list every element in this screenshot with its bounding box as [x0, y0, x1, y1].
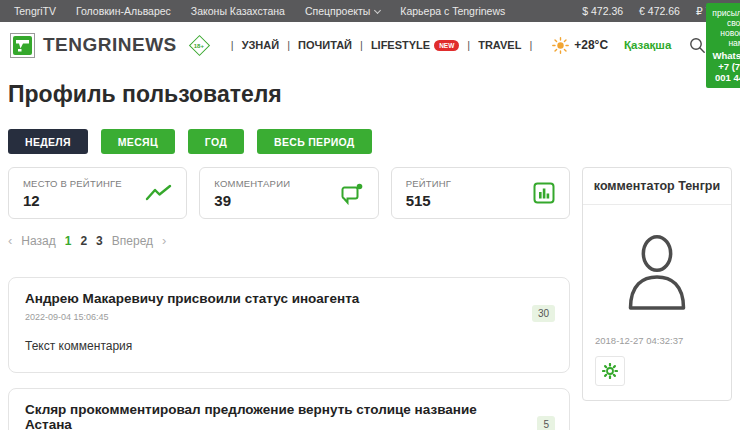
user-card-title: комментатор Тенгри	[583, 168, 731, 205]
stat-card-rating: РЕЙТИНГ 515	[391, 167, 570, 219]
stat-card-comments: КОММЕНТАРИИ 39	[199, 167, 378, 219]
comment-icon	[340, 182, 364, 205]
pagination-next[interactable]: Вперед	[112, 234, 153, 248]
pagination: ‹ Назад 1 2 3 Вперед ›	[8, 233, 570, 248]
language-link[interactable]: Қазақша	[624, 39, 671, 51]
currency-rates: $ 472.36 € 472.66 ₽ 7.84	[582, 5, 726, 17]
nav-travel[interactable]: TRAVEL	[478, 39, 521, 51]
filter-week-button[interactable]: НЕДЕЛЯ	[8, 129, 88, 154]
currency-eur: € 472.66	[639, 5, 680, 17]
weather-widget: +28°C	[552, 37, 608, 54]
filter-month-button[interactable]: МЕСЯЦ	[101, 129, 175, 154]
currency-usd: $ 472.36	[582, 5, 623, 17]
registration-date: 2018-12-27 04:32:37	[583, 323, 731, 346]
stat-card-rank: МЕСТО В РЕЙТИНГЕ 12	[8, 167, 187, 219]
stat-value: 12	[23, 192, 122, 209]
topbar-menu: TengriTV Головкин-Альварес Законы Казахс…	[14, 5, 505, 17]
whatsapp-news-button[interactable]: присылайте свои новости нам WhatsApp +7 …	[706, 3, 740, 88]
pagination-prev[interactable]: Назад	[21, 234, 55, 248]
sun-icon	[552, 37, 569, 54]
main-content: Профиль пользователя НЕДЕЛЯ МЕСЯЦ ГОД ВЕ…	[0, 81, 740, 430]
comment-score-badge: 5	[537, 416, 555, 430]
comment-date: 2022-09-04 15:06:45	[25, 312, 553, 322]
stat-value: 39	[214, 192, 290, 209]
stat-value: 515	[406, 192, 452, 209]
topbar-item-laws[interactable]: Законы Казахстана	[191, 5, 285, 17]
next-arrow-icon: ›	[162, 233, 166, 248]
period-filters: НЕДЕЛЯ МЕСЯЦ ГОД ВЕСЬ ПЕРИОД	[8, 129, 732, 154]
topbar-item-golovkin[interactable]: Головкин-Альварес	[76, 5, 171, 17]
user-card: комментатор Тенгри 2018-12-27 04:32:37	[582, 167, 732, 401]
prev-arrow-icon: ‹	[8, 233, 12, 248]
stats-row: МЕСТО В РЕЙТИНГЕ 12 КОММЕНТАРИИ 39	[8, 167, 570, 219]
pagination-page-2[interactable]: 2	[80, 234, 87, 248]
page-root: TengriTV Головкин-Альварес Законы Казахс…	[0, 0, 740, 430]
stat-label: КОММЕНТАРИИ	[214, 178, 290, 189]
comments-list: Андрею Макаревичу присвоили статус иноаг…	[8, 277, 570, 430]
pagination-page-3[interactable]: 3	[96, 234, 103, 248]
nav-uznay[interactable]: УЗНАЙ	[242, 39, 280, 51]
filter-year-button[interactable]: ГОД	[188, 129, 244, 154]
profile-stats-and-comments: МЕСТО В РЕЙТИНГЕ 12 КОММЕНТАРИИ 39	[8, 167, 570, 430]
topbar-item-label: Спецпроекты	[305, 5, 370, 17]
comment-card[interactable]: Скляр прокомментировал предложение верну…	[8, 388, 570, 430]
comment-score-badge: 30	[532, 305, 555, 322]
chevron-down-icon	[374, 6, 381, 13]
brand-name: TENGRINEWS	[43, 34, 177, 56]
gear-icon	[602, 363, 618, 379]
age-badge: 18+	[189, 34, 210, 55]
nav-lifestyle[interactable]: LIFESTYLE NEW	[371, 39, 459, 51]
whatsapp-line1: присылайте свои новости нам	[712, 8, 740, 48]
bar-chart-icon	[533, 182, 555, 204]
topbar-item-tengritv[interactable]: TengriTV	[14, 5, 56, 17]
tengrinews-logo[interactable]: TENGRINEWS 18+	[10, 33, 207, 58]
avatar	[583, 205, 731, 323]
nav-pochitay[interactable]: ПОЧИТАЙ	[298, 39, 352, 51]
topbar: TengriTV Головкин-Альварес Законы Казахс…	[0, 0, 740, 22]
trend-up-icon	[145, 183, 172, 203]
whatsapp-line2: WhatsApp +7 (777) 001 44 99	[712, 50, 740, 83]
settings-button[interactable]	[595, 356, 625, 386]
stat-label: МЕСТО В РЕЙТИНГЕ	[23, 178, 122, 189]
comment-card[interactable]: Андрею Макаревичу присвоили статус иноаг…	[8, 277, 570, 373]
comment-text: Текст комментария	[25, 339, 553, 353]
page-title: Профиль пользователя	[8, 81, 732, 108]
comment-article-title[interactable]: Скляр прокомментировал предложение верну…	[25, 402, 553, 430]
nav-lifestyle-label: LIFESTYLE	[371, 39, 430, 51]
header-nav: | УЗНАЙ | ПОЧИТАЙ | LIFESTYLE NEW | TRAV…	[231, 39, 532, 51]
topbar-item-specprojects[interactable]: Спецпроекты	[305, 5, 380, 17]
stat-label: РЕЙТИНГ	[406, 178, 452, 189]
new-badge: NEW	[434, 40, 459, 51]
tengrinews-logo-icon	[10, 33, 35, 58]
comment-article-title[interactable]: Андрею Макаревичу присвоили статус иноаг…	[25, 291, 553, 306]
filter-all-period-button[interactable]: ВЕСЬ ПЕРИОД	[257, 129, 372, 154]
topbar-item-career[interactable]: Карьера с Tengrinews	[400, 5, 505, 17]
temperature: +28°C	[574, 38, 608, 52]
site-header: TENGRINEWS 18+ | УЗНАЙ | ПОЧИТАЙ | LIFES…	[0, 22, 740, 68]
search-icon[interactable]	[689, 37, 706, 54]
pagination-page-1[interactable]: 1	[65, 234, 72, 248]
